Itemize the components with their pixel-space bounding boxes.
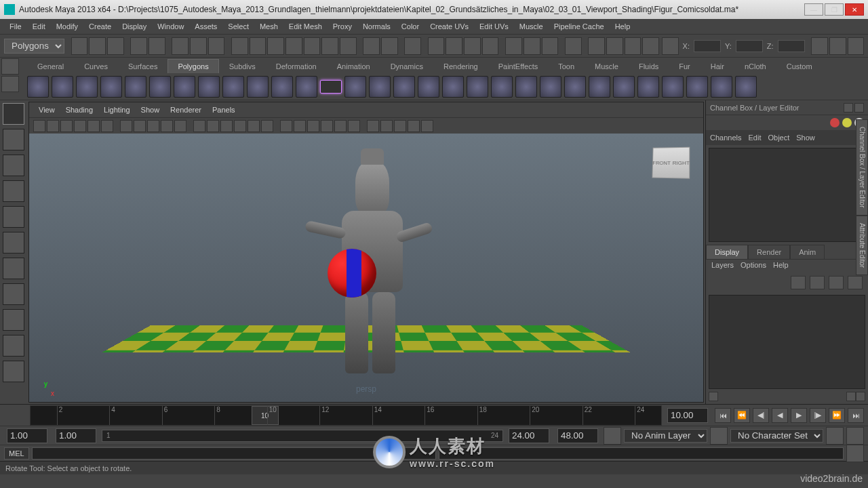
channel-menu-object[interactable]: Object [768, 134, 789, 142]
vp-toolbar-button-0[interactable] [33, 120, 45, 132]
sidebar-toggle-3[interactable] [848, 37, 865, 55]
channel-menu-edit[interactable]: Edit [748, 134, 761, 142]
snap-point-button[interactable] [267, 37, 284, 55]
menu-display[interactable]: Display [117, 21, 152, 32]
shelf-button-26[interactable] [662, 76, 684, 98]
menu-muscle[interactable]: Muscle [514, 21, 549, 32]
shelf-tab-curves[interactable]: Curves [74, 59, 118, 73]
channel-menu-channels[interactable]: Channels [710, 134, 741, 142]
select-tool-button[interactable] [172, 37, 189, 55]
menu-pipeline-cache[interactable]: Pipeline Cache [549, 21, 610, 32]
character-set-select[interactable]: No Character Set [730, 429, 823, 443]
snap-grid-button[interactable] [231, 37, 248, 55]
layer-menu-options[interactable]: Options [741, 261, 766, 272]
vp-toolbar-button-11[interactable] [193, 120, 205, 132]
lasso-tool[interactable] [3, 129, 24, 150]
vp-toolbar-button-5[interactable] [101, 120, 113, 132]
layer-tab-render[interactable]: Render [748, 245, 790, 260]
shelf-button-6[interactable] [174, 76, 195, 98]
universal-tool[interactable] [3, 258, 24, 279]
script-editor-toggle[interactable] [846, 445, 864, 462]
undo-button[interactable] [130, 37, 147, 55]
shelf-tab-rendering[interactable]: Rendering [433, 59, 488, 73]
play-fwd-button[interactable]: ▶ [791, 408, 807, 423]
rotate-tool[interactable] [3, 206, 24, 228]
shelf-tab-painteffects[interactable]: PaintEffects [488, 59, 549, 73]
layout-four-button[interactable] [524, 37, 540, 55]
step-fwd-button[interactable]: |▶ [810, 408, 826, 423]
vp-toolbar-button-1[interactable] [47, 120, 59, 132]
vp-menu-renderer[interactable]: Renderer [165, 104, 207, 115]
shelf-tab-ncloth[interactable]: nCloth [734, 59, 776, 73]
vp-toolbar-button-13[interactable] [220, 120, 233, 132]
shelf-button-22[interactable] [564, 76, 586, 98]
shelf-button-29[interactable] [735, 76, 757, 98]
shelf-button-18[interactable] [467, 76, 488, 98]
shelf-button-19[interactable] [491, 76, 513, 98]
panel-close-button[interactable] [854, 103, 864, 113]
range-inner-start[interactable] [56, 428, 96, 443]
shelf-button-21[interactable] [540, 76, 561, 98]
shelf-button-1[interactable] [52, 76, 73, 98]
shelf-button-5[interactable] [149, 76, 171, 98]
shelf-tab-subdivs[interactable]: Subdivs [219, 59, 266, 73]
shelf-button-23[interactable] [589, 76, 610, 98]
minimize-button[interactable]: — [804, 3, 823, 16]
current-frame-field[interactable] [667, 408, 708, 423]
shelf-button-24[interactable] [613, 76, 635, 98]
shelf-tab-polygons[interactable]: Polygons [167, 59, 218, 73]
vp-menu-view[interactable]: View [33, 104, 60, 115]
save-scene-button[interactable] [107, 37, 124, 55]
close-button[interactable]: ✕ [845, 3, 864, 16]
sidebar-toggle-1[interactable] [811, 37, 828, 55]
last-tool[interactable] [3, 335, 24, 357]
shelf-button-15[interactable] [393, 76, 415, 98]
manip-mode-icon[interactable] [830, 118, 840, 127]
paint-select-button[interactable] [208, 37, 225, 55]
vp-toolbar-button-24[interactable] [380, 120, 393, 132]
vp-toolbar-button-6[interactable] [120, 120, 132, 132]
vp-toolbar-button-8[interactable] [147, 120, 159, 132]
shelf-button-2[interactable] [76, 76, 98, 98]
snap-live-button[interactable] [304, 37, 321, 55]
shelf-tab-custom[interactable]: Custom [776, 59, 823, 73]
dope-sheet-button[interactable] [606, 37, 623, 55]
z-input[interactable] [778, 40, 805, 52]
vp-toolbar-button-27[interactable] [421, 120, 433, 132]
redo-button[interactable] [149, 37, 165, 55]
paint-tool[interactable] [3, 155, 24, 176]
menu-proxy[interactable]: Proxy [328, 21, 357, 32]
vp-toolbar-button-14[interactable] [234, 120, 246, 132]
step-back-key-button[interactable]: ⏪ [734, 408, 750, 423]
render-button[interactable] [404, 37, 421, 55]
vp-menu-panels[interactable]: Panels [207, 104, 241, 115]
hypershade-button[interactable] [482, 37, 499, 55]
toggle-isolate-button[interactable] [340, 37, 357, 55]
shelf-tab-dynamics[interactable]: Dynamics [380, 59, 433, 73]
shelf-button-13[interactable] [344, 76, 366, 98]
timeline-track[interactable]: 10 24681012141618202224 [30, 405, 662, 426]
command-lang-label[interactable]: MEL [4, 447, 29, 460]
vp-toolbar-button-21[interactable] [334, 120, 347, 132]
channel-menu-show[interactable]: Show [796, 134, 815, 142]
help-button[interactable] [381, 37, 398, 55]
menu-create[interactable]: Create [83, 21, 117, 32]
manip-speed-icon[interactable] [842, 118, 852, 127]
anim-layer-options-button[interactable] [710, 427, 728, 445]
vp-toolbar-button-19[interactable] [307, 120, 319, 132]
menu-select[interactable]: Select [222, 21, 254, 32]
scale-tool[interactable] [3, 232, 24, 253]
vp-toolbar-button-18[interactable] [294, 120, 306, 132]
shelf-button-9[interactable] [247, 76, 269, 98]
sidebar-toggle-2[interactable] [829, 37, 846, 55]
viewport[interactable]: y x persp FRONT RIGHT [29, 134, 703, 402]
menu-file[interactable]: File [4, 21, 27, 32]
shelf-button-27[interactable] [686, 76, 708, 98]
vp-toolbar-button-4[interactable] [87, 120, 100, 132]
shelf-button-20[interactable] [515, 76, 537, 98]
vp-toolbar-button-15[interactable] [248, 120, 260, 132]
shelf-tab-animation[interactable]: Animation [327, 59, 380, 73]
shelf-button-25[interactable] [637, 76, 659, 98]
layout-tool[interactable] [3, 361, 24, 382]
vp-toolbar-button-22[interactable] [348, 120, 360, 132]
